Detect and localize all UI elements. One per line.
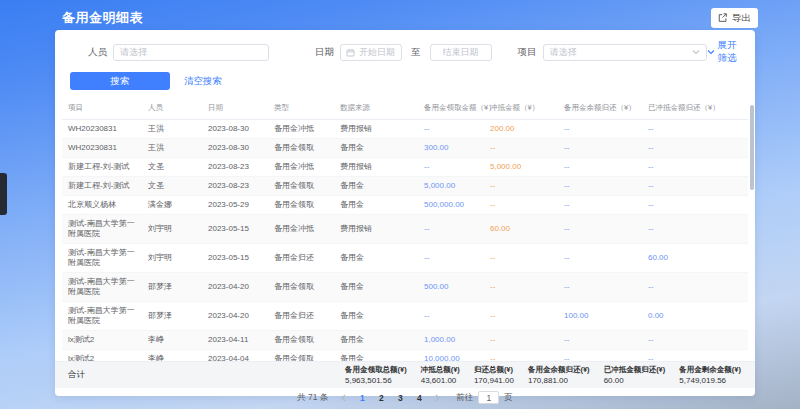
cell-balance-returned: -- [558,215,642,244]
cell-source: 备用金 [334,244,418,273]
column-header-person: 人员 [142,97,202,120]
table-row: 新建工程-刘-测试文圣2023-08-23备用金冲抵费用报销--5,000.00… [62,158,748,177]
clear-search-link[interactable]: 清空搜索 [184,75,222,88]
cell-person: 李峥 [142,350,202,362]
table-row: 测试-南昌大学第一附属医院刘宇明2023-05-15备用金冲抵费用报销--60.… [62,215,748,244]
summary-items: 备用金领取总额(¥)5,963,501.56冲抵总额(¥)43,601.00归还… [345,365,741,386]
chevron-left-icon [340,394,348,402]
project-filter: 项目 请选择 [518,44,707,61]
cell-source: 备用金 [334,139,418,158]
column-header-received-amount: 备用金领取金额（¥） [418,97,484,120]
table-row: WH20230831王洪2023-08-30备用金冲抵费用报销--200.00-… [62,120,748,139]
cell-source: 备用金 [334,350,418,362]
cell-date: 2023-04-20 [202,273,268,302]
cell-source: 备用金 [334,273,418,302]
cell-type: 备用金领取 [268,273,334,302]
date-range-separator: 至 [411,46,421,59]
data-table-container: 项目 人员 日期 类型 数据来源 备用金领取金额（¥） 冲抵金额（¥） 备用金余… [62,97,748,361]
page-number-button[interactable]: 4 [412,393,426,403]
cell-type: 备用金领取 [268,196,334,215]
page-number-button[interactable]: 3 [393,393,407,403]
date-filter: 日期 开始日期 至 结束日期 [315,44,492,61]
cell-balance-returned: 100.00 [558,302,642,331]
cell-type: 备用金冲抵 [268,215,334,244]
cell-date: 2023-08-23 [202,177,268,196]
prev-page-button[interactable] [338,394,350,402]
cell-offset-amount: -- [484,350,558,362]
cell-offset-amount: 200.00 [484,120,558,139]
cell-source: 备用金 [334,331,418,350]
project-filter-select[interactable]: 请选择 [543,44,707,61]
table-row: lx测试2李峥2023-04-11备用金领取备用金1,000.00------ [62,331,748,350]
table-header-row: 项目 人员 日期 类型 数据来源 备用金领取金额（¥） 冲抵金额（¥） 备用金余… [62,97,748,120]
cell-received-amount: 300.00 [418,139,484,158]
cell-person: 王洪 [142,139,202,158]
cell-balance-returned: -- [558,273,642,302]
cell-offset-amount: -- [484,273,558,302]
page-number-button[interactable]: 2 [374,393,388,403]
cell-balance-returned: -- [558,331,642,350]
cell-project: 测试-南昌大学第一附属医院 [62,302,142,331]
cell-offset-returned: -- [642,177,748,196]
start-date-input[interactable]: 开始日期 [340,44,402,61]
project-filter-label: 项目 [518,46,537,59]
search-button[interactable]: 搜索 [70,72,170,90]
summary-item: 归还总额(¥)170,941.00 [474,365,514,386]
cell-project: 测试-南昌大学第一附属医院 [62,215,142,244]
date-filter-label: 日期 [315,46,334,59]
expand-filters-link[interactable]: 展开筛选 [707,39,746,65]
cell-person: 文圣 [142,177,202,196]
table-row: 测试-南昌大学第一附属医院邵梦泽2023-04-20备用金领取备用金500.00… [62,273,748,302]
start-date-placeholder: 开始日期 [359,46,395,59]
cell-source: 费用报销 [334,158,418,177]
summary-item-label: 备用金余额归还(¥) [528,365,590,375]
project-select-placeholder: 请选择 [550,46,692,59]
cell-offset-amount: -- [484,139,558,158]
summary-row: 合计 备用金领取总额(¥)5,963,501.56冲抵总额(¥)43,601.0… [55,361,755,388]
page-number-button[interactable]: 1 [355,393,369,403]
summary-total-label: 合计 [68,369,85,381]
table-scrollbar[interactable] [750,105,754,190]
person-filter-input[interactable] [113,44,269,61]
side-drawer-handle[interactable] [0,173,7,215]
cell-received-amount: -- [418,120,484,139]
cell-date: 2023-08-30 [202,120,268,139]
summary-item-label: 冲抵总额(¥) [421,365,460,375]
table-body: WH20230831王洪2023-08-30备用金冲抵费用报销--200.00-… [62,120,748,362]
column-header-project: 项目 [62,97,142,120]
summary-item-label: 已冲抵金额归还(¥) [604,365,666,375]
summary-item: 备用金领取总额(¥)5,963,501.56 [345,365,407,386]
cell-offset-amount: -- [484,302,558,331]
summary-item-value: 5,749,019.56 [679,375,741,386]
cell-type: 备用金领取 [268,177,334,196]
cell-project: 新建工程-刘-测试 [62,158,142,177]
cell-offset-returned: 60.00 [642,244,748,273]
cell-person: 满金娜 [142,196,202,215]
cell-offset-returned: -- [642,350,748,362]
cell-person: 李峥 [142,331,202,350]
end-date-input[interactable]: 结束日期 [430,44,492,61]
cell-offset-returned: 0.00 [642,302,748,331]
cell-offset-returned: -- [642,331,748,350]
cell-type: 备用金领取 [268,139,334,158]
cell-offset-amount: -- [484,331,558,350]
export-button[interactable]: 导出 [711,8,758,28]
pagination-bar: 共 71 条 1234 前往 页 [55,391,755,404]
summary-item-value: 170,941.00 [474,375,514,386]
summary-item: 备用金剩余金额(¥)5,749,019.56 [679,365,741,386]
cell-offset-amount: -- [484,196,558,215]
page-title: 备用金明细表 [62,9,143,27]
cell-type: 备用金领取 [268,350,334,362]
cell-balance-returned: -- [558,244,642,273]
cell-type: 备用金冲抵 [268,120,334,139]
chevron-down-icon [692,48,700,56]
chevron-right-icon [433,394,441,402]
next-page-button[interactable] [431,394,443,402]
goto-page-input[interactable] [478,391,499,404]
cell-source: 备用金 [334,196,418,215]
chevron-down-icon [707,48,715,56]
cell-person: 王洪 [142,120,202,139]
column-header-balance-returned: 备用金余额归还（¥） [558,97,642,120]
table-row: 测试-南昌大学第一附属医院刘宇明2023-05-15备用金归还备用金------… [62,244,748,273]
person-filter: 人员 [88,44,269,61]
